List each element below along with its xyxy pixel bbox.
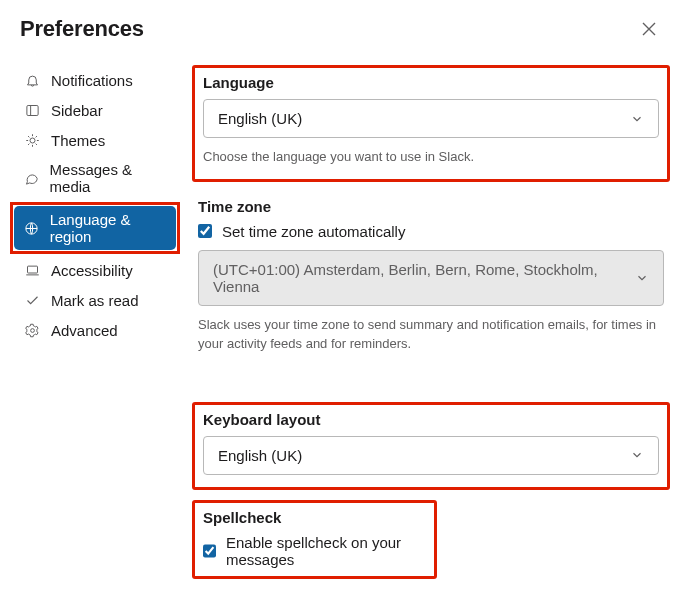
language-helper: Choose the language you want to use in S… xyxy=(203,148,659,167)
highlight-keyboard-section: Keyboard layout English (UK) xyxy=(192,402,670,490)
keyboard-label: Keyboard layout xyxy=(203,411,659,428)
highlight-spellcheck-section: Spellcheck Enable spellcheck on your mes… xyxy=(192,500,437,579)
chevron-down-icon xyxy=(630,448,644,462)
highlight-sidebar-language: Language & region xyxy=(10,202,180,254)
spellcheck-checkbox-label: Enable spellcheck on your messages xyxy=(226,534,426,568)
sidebar-item-label: Notifications xyxy=(51,72,133,89)
globe-icon xyxy=(23,219,40,237)
timezone-auto-checkbox[interactable] xyxy=(198,224,212,238)
timezone-auto-label: Set time zone automatically xyxy=(222,223,405,240)
language-label: Language xyxy=(203,74,659,91)
language-select[interactable]: English (UK) xyxy=(203,99,659,138)
sidebar-item-label: Language & region xyxy=(50,211,167,245)
gear-icon xyxy=(23,321,41,339)
sidebar-item-label: Themes xyxy=(51,132,105,149)
sidebar-item-sidebar[interactable]: Sidebar xyxy=(14,96,176,124)
keyboard-select[interactable]: English (UK) xyxy=(203,436,659,475)
sidebar-item-advanced[interactable]: Advanced xyxy=(14,316,176,344)
sidebar-item-label: Mark as read xyxy=(51,292,139,309)
page-title: Preferences xyxy=(20,16,144,42)
chevron-down-icon xyxy=(630,112,644,126)
sidebar: Notifications Sidebar Themes Messages & … xyxy=(0,52,180,579)
svg-rect-4 xyxy=(27,266,37,273)
timezone-helper: Slack uses your time zone to send summar… xyxy=(198,316,664,354)
close-icon xyxy=(642,22,656,36)
sidebar-item-notifications[interactable]: Notifications xyxy=(14,66,176,94)
spellcheck-label: Spellcheck xyxy=(203,509,426,526)
svg-rect-0 xyxy=(26,105,37,115)
timezone-label: Time zone xyxy=(198,198,664,215)
sidebar-item-accessibility[interactable]: Accessibility xyxy=(14,256,176,284)
sun-icon xyxy=(23,131,41,149)
svg-point-5 xyxy=(30,328,34,332)
close-button[interactable] xyxy=(638,18,660,40)
sidebar-item-messages[interactable]: Messages & media xyxy=(14,156,176,200)
chevron-down-icon xyxy=(635,271,649,285)
language-value: English (UK) xyxy=(218,110,302,127)
sidebar-item-label: Advanced xyxy=(51,322,118,339)
bell-icon xyxy=(23,71,41,89)
timezone-value: (UTC+01:00) Amsterdam, Berlin, Bern, Rom… xyxy=(213,261,635,295)
spellcheck-checkbox[interactable] xyxy=(203,544,216,558)
sidebar-item-markread[interactable]: Mark as read xyxy=(14,286,176,314)
message-icon xyxy=(23,169,40,187)
svg-point-2 xyxy=(30,138,35,143)
sidebar-item-label: Sidebar xyxy=(51,102,103,119)
sidebar-item-language[interactable]: Language & region xyxy=(14,206,176,250)
panel-icon xyxy=(23,101,41,119)
laptop-icon xyxy=(23,261,41,279)
content-area: Language English (UK) Choose the languag… xyxy=(180,52,680,579)
highlight-language-section: Language English (UK) Choose the languag… xyxy=(192,65,670,182)
keyboard-value: English (UK) xyxy=(218,447,302,464)
sidebar-item-label: Accessibility xyxy=(51,262,133,279)
timezone-select[interactable]: (UTC+01:00) Amsterdam, Berlin, Bern, Rom… xyxy=(198,250,664,306)
sidebar-item-label: Messages & media xyxy=(50,161,167,195)
check-icon xyxy=(23,291,41,309)
sidebar-item-themes[interactable]: Themes xyxy=(14,126,176,154)
